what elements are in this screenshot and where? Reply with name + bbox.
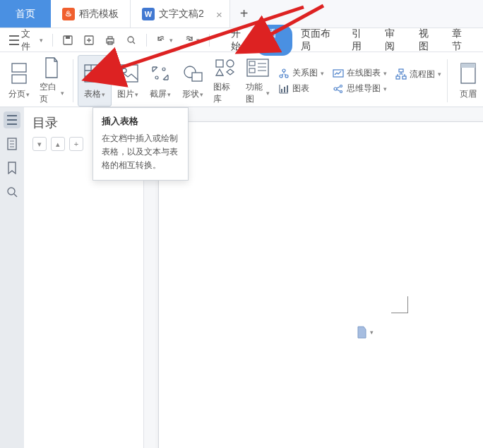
svg-point-17 [227, 60, 234, 67]
screenshot-button[interactable]: 截屏▾ [144, 55, 177, 107]
output-button[interactable] [80, 32, 98, 48]
label: 图标库 [213, 81, 237, 105]
save-button[interactable] [59, 32, 77, 48]
tab-home[interactable]: 首页 [0, 0, 51, 28]
floating-doc-icon[interactable]: ▾ [356, 326, 374, 339]
label: 流程图 [410, 68, 435, 80]
screenshot-icon [148, 61, 172, 85]
close-icon[interactable]: × [216, 8, 222, 20]
smartart-button[interactable]: 功能图▾ [242, 55, 275, 107]
ribbon-insert: 分页▾ 空白页▾ 表格▾ 图片▾ 截屏▾ 形状▾ 图标库 功能图▾ 关系图▾ 图… [0, 52, 483, 107]
outline-collapse-button[interactable]: ▾ [32, 137, 47, 151]
online-chart-button[interactable]: 在线图表▾ [333, 67, 387, 79]
tab-label: 稻壳模板 [79, 8, 119, 20]
tab-insert[interactable]: 插入 [256, 25, 293, 56]
svg-point-29 [340, 85, 342, 87]
label: 在线图表 [347, 67, 381, 79]
document-icon [356, 326, 367, 339]
tab-start[interactable]: 开始 [222, 23, 256, 57]
svg-rect-9 [85, 65, 105, 82]
flowchart-icon [395, 68, 407, 80]
tab-chapter[interactable]: 章节 [443, 23, 477, 57]
svg-rect-31 [399, 69, 403, 72]
svg-point-30 [340, 90, 342, 92]
app-menu-button[interactable]: 文件 ▾ [6, 25, 47, 55]
label: 分页 [8, 88, 25, 100]
mindmap-button[interactable]: 思维导图▾ [333, 83, 387, 95]
smartart-icon [246, 56, 270, 78]
header-footer-icon [456, 61, 480, 85]
svg-point-28 [334, 87, 337, 90]
rail-outline-button[interactable] [4, 111, 20, 128]
insert-picture-button[interactable]: 图片▾ [112, 55, 144, 107]
print-button[interactable] [101, 32, 119, 48]
online-chart-icon [333, 68, 344, 79]
page-break-button[interactable]: 分页▾ [3, 55, 35, 107]
chevron-down-icon: ▾ [26, 91, 30, 98]
rail-find-button[interactable] [4, 183, 20, 200]
svg-rect-7 [12, 63, 26, 72]
rail-bookmark-button[interactable] [4, 159, 20, 176]
chevron-down-icon: ▾ [383, 70, 387, 77]
label: 表格 [84, 88, 101, 100]
blank-page-button[interactable]: 空白页▾ [35, 55, 68, 107]
chart-icon [278, 83, 290, 95]
cursor-mark-icon [391, 296, 408, 313]
relation-icon [278, 68, 290, 79]
mindmap-icon [333, 83, 344, 95]
svg-rect-24 [281, 89, 282, 92]
left-rail [0, 107, 24, 448]
label: 思维导图 [347, 83, 381, 95]
svg-point-11 [122, 68, 126, 73]
svg-rect-8 [12, 75, 26, 83]
redo-button[interactable]: ▾ [179, 32, 203, 48]
svg-rect-10 [118, 65, 138, 82]
flowchart-button[interactable]: 流程图▾ [395, 68, 441, 80]
chevron-down-icon: ▾ [135, 91, 138, 98]
svg-point-37 [8, 188, 15, 195]
chevron-down-icon: ▾ [61, 90, 64, 97]
chevron-down-icon: ▾ [321, 70, 324, 77]
shape-icon [181, 61, 205, 85]
rail-page-button[interactable] [4, 135, 20, 152]
tab-reference[interactable]: 引用 [343, 23, 377, 57]
icon-library-button[interactable]: 图标库 [209, 55, 242, 107]
chevron-down-icon: ▾ [196, 37, 200, 44]
relation-diagram-button[interactable]: 关系图▾ [278, 67, 324, 79]
outline-expand-button[interactable]: ▴ [51, 137, 65, 151]
tab-docell-template[interactable]: ♨ 稻壳模板 [51, 0, 131, 28]
flowchart-group: 流程图▾ . [391, 55, 443, 107]
chevron-down-icon: ▾ [169, 37, 173, 44]
tab-view[interactable]: 视图 [410, 23, 444, 57]
print-preview-button[interactable] [122, 32, 141, 48]
document-area[interactable]: ▾ [144, 107, 483, 448]
tab-review[interactable]: 审阅 [376, 23, 410, 57]
label: 空白页 [40, 81, 60, 105]
svg-rect-32 [396, 76, 400, 79]
page-canvas[interactable] [158, 121, 483, 448]
diagram-group: 关系图▾ 图表 [274, 55, 328, 107]
tooltip-title: 插入表格 [102, 115, 179, 128]
table-icon [83, 61, 107, 85]
svg-rect-35 [461, 63, 475, 68]
svg-rect-19 [249, 61, 255, 66]
insert-chart-button[interactable]: 图表 [278, 83, 324, 95]
outline-add-button[interactable]: + [69, 137, 83, 151]
insert-table-button[interactable]: 表格▾ [78, 55, 112, 107]
tab-page-layout[interactable]: 页面布局 [292, 23, 342, 57]
separator [209, 34, 210, 47]
new-tab-button[interactable]: + [230, 6, 258, 22]
online-diagram-group: 在线图表▾ 思维导图▾ [328, 55, 391, 107]
tab-document[interactable]: W 文字文稿2 × [131, 0, 230, 28]
svg-point-21 [282, 69, 285, 72]
svg-rect-1 [66, 36, 70, 39]
label: 截屏 [150, 88, 167, 100]
undo-button[interactable]: ▾ [153, 32, 177, 48]
word-icon: W [142, 8, 155, 20]
header-footer-button[interactable]: 页眉 [452, 55, 480, 107]
insert-shape-button[interactable]: 形状▾ [177, 55, 209, 107]
ribbon-tabs: 开始 插入 页面布局 引用 审阅 视图 章节 [222, 23, 477, 57]
chevron-down-icon: ▾ [40, 37, 43, 44]
svg-point-12 [162, 68, 165, 71]
chevron-down-icon: ▾ [438, 71, 441, 78]
